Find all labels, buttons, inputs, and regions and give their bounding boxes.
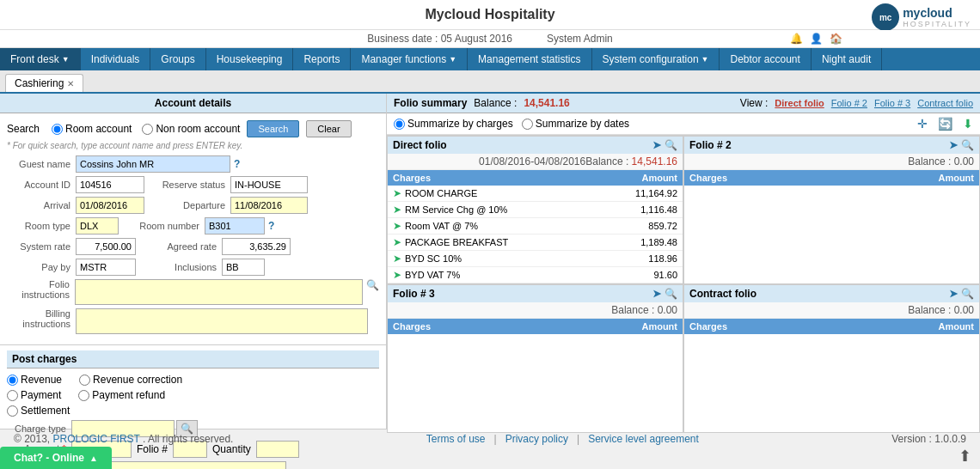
- folio3-balance: 0.00: [658, 304, 677, 316]
- folio3-search-icon[interactable]: 🔍: [665, 288, 677, 300]
- nav-housekeeping[interactable]: Housekeeping: [206, 48, 294, 70]
- nav-debtor-account[interactable]: Debtor account: [720, 48, 811, 70]
- table-row[interactable]: ➤BYD SC 10% 118.96: [388, 251, 683, 267]
- contract-folio-pane-header: Contract folio ➤ 🔍: [684, 285, 979, 302]
- chat-label: Chat? - Online: [14, 452, 84, 464]
- refresh-icon[interactable]: 🔄: [938, 117, 952, 131]
- post-charges-radio-row-2: Payment Payment refund: [7, 389, 379, 401]
- table-row[interactable]: ➤ROOM CHARGE 11,164.92: [388, 186, 683, 202]
- alert-icon[interactable]: 🔔: [790, 33, 803, 45]
- charge-name: ➤ROOM CHARGE: [388, 186, 596, 202]
- move-icon[interactable]: ✛: [917, 117, 928, 131]
- account-type-radio-group: Room account Non room account: [52, 123, 240, 135]
- charge-name: ➤BYD VAT 7%: [388, 267, 596, 283]
- folio2-charges-header: Charges: [684, 170, 835, 186]
- contract-folio-search-icon[interactable]: 🔍: [961, 288, 974, 300]
- radio-revenue-label[interactable]: Revenue: [7, 374, 62, 386]
- radio-settlement[interactable]: [7, 405, 18, 417]
- footer-privacy[interactable]: Privacy policy: [505, 433, 568, 445]
- charge-name: ➤RM Service Chg @ 10%: [388, 202, 596, 218]
- search-button[interactable]: Search: [247, 120, 299, 137]
- radio-payment-refund[interactable]: [78, 390, 89, 401]
- account-id-input[interactable]: [76, 176, 144, 193]
- folio-grid: Direct folio ➤ 🔍 01/08/2016-04/08/2016 B…: [387, 135, 980, 433]
- direct-folio-transfer-icon[interactable]: ➤: [652, 139, 661, 151]
- upload-button[interactable]: ⬆: [959, 447, 971, 466]
- nav-individuals[interactable]: Individuals: [81, 48, 151, 70]
- room-number-label: Room number: [119, 221, 205, 231]
- direct-folio-link[interactable]: Direct folio: [775, 98, 824, 108]
- nav-system-configuration-arrow: ▼: [701, 55, 709, 64]
- folio2-balance-bar: Balance : 0.00: [684, 154, 979, 170]
- tab-cashiering-close[interactable]: ✕: [67, 79, 74, 88]
- radio-summarize-dates[interactable]: [522, 119, 533, 130]
- search-row: Search Room account Non room account Sea…: [7, 120, 379, 137]
- folio2-transfer-icon[interactable]: ➤: [949, 139, 958, 151]
- summarize-charges-label[interactable]: Summarize by charges: [394, 118, 513, 130]
- chat-button[interactable]: Chat? - Online ▲: [0, 447, 112, 469]
- main-nav: Front desk ▼ Individuals Groups Housekee…: [0, 48, 980, 70]
- radio-revenue-correction[interactable]: [79, 375, 90, 386]
- direct-folio-search-icon[interactable]: 🔍: [665, 139, 677, 151]
- guest-name-input[interactable]: [76, 155, 230, 173]
- nav-management-statistics[interactable]: Management statistics: [468, 48, 591, 70]
- table-row[interactable]: ➤Room VAT @ 7% 859.72: [388, 218, 683, 234]
- charge-name: ➤PACKAGE BREAKFAST: [388, 234, 596, 251]
- folio-search-icon[interactable]: 🔍: [366, 279, 379, 291]
- nav-night-audit[interactable]: Night audit: [812, 48, 882, 70]
- charge-name: ➤Room VAT @ 7%: [388, 218, 596, 234]
- radio-payment[interactable]: [7, 390, 18, 401]
- folio-instructions-textarea[interactable]: [75, 279, 363, 305]
- radio-room-account-label[interactable]: Room account: [52, 123, 132, 135]
- nav-manager-functions[interactable]: Manager functions ▼: [351, 48, 468, 70]
- radio-revenue-correction-label[interactable]: Revenue correction: [79, 374, 182, 386]
- radio-summarize-charges[interactable]: [394, 119, 405, 130]
- nav-reports[interactable]: Reports: [293, 48, 351, 70]
- pay-by-input: [76, 259, 136, 276]
- contract-folio-link[interactable]: Contract folio: [917, 98, 973, 108]
- room-help-icon[interactable]: ?: [268, 220, 274, 232]
- table-row[interactable]: ➤PACKAGE BREAKFAST 1,189.48: [388, 234, 683, 251]
- charge-amount: 1,116.48: [596, 202, 683, 218]
- radio-settlement-label[interactable]: Settlement: [7, 405, 70, 417]
- room-type-input[interactable]: [76, 217, 119, 234]
- post-charges-radio-row-3: Settlement: [7, 405, 379, 417]
- quantity-input[interactable]: [256, 441, 299, 458]
- radio-revenue[interactable]: [7, 375, 18, 386]
- folio2-link[interactable]: Folio # 2: [831, 98, 867, 108]
- nav-groups[interactable]: Groups: [150, 48, 205, 70]
- radio-non-room-account[interactable]: [142, 124, 153, 135]
- download-icon[interactable]: ⬇: [963, 117, 973, 131]
- folio3-transfer-icon[interactable]: ➤: [652, 288, 661, 300]
- home-icon[interactable]: 🏠: [830, 33, 842, 45]
- clear-button[interactable]: Clear: [306, 120, 351, 137]
- radio-payment-refund-label[interactable]: Payment refund: [78, 389, 165, 401]
- folio2-table: Charges Amount: [684, 170, 979, 186]
- billing-instructions-textarea[interactable]: [76, 308, 368, 334]
- folio2-search-icon[interactable]: 🔍: [961, 139, 974, 151]
- footer-terms[interactable]: Terms of use: [426, 433, 486, 445]
- departure-input[interactable]: [230, 197, 308, 214]
- folio3-link[interactable]: Folio # 3: [874, 98, 910, 108]
- summarize-dates-label[interactable]: Summarize by dates: [522, 118, 629, 130]
- account-details-header: Account details: [0, 94, 386, 113]
- guest-help-icon[interactable]: ?: [234, 158, 240, 170]
- tab-cashiering[interactable]: Cashiering ✕: [5, 74, 83, 92]
- radio-room-account[interactable]: [52, 124, 63, 135]
- folio2-pane-header: Folio # 2 ➤ 🔍: [684, 137, 979, 154]
- nav-front-desk[interactable]: Front desk ▼: [0, 48, 81, 70]
- reserve-status-label: Reserve status: [144, 180, 230, 190]
- contract-folio-transfer-icon[interactable]: ➤: [949, 288, 958, 300]
- footer-company[interactable]: PROLOGIC FIRST: [53, 433, 140, 445]
- table-row[interactable]: ➤RM Service Chg @ 10% 1,116.48: [388, 202, 683, 218]
- radio-non-room-account-label[interactable]: Non room account: [142, 123, 240, 135]
- nav-system-configuration[interactable]: System configuration ▼: [592, 48, 720, 70]
- room-number-input[interactable]: [205, 217, 265, 234]
- user-icon[interactable]: 👤: [810, 33, 823, 45]
- radio-payment-label[interactable]: Payment: [7, 389, 61, 401]
- footer-service[interactable]: Service level agreement: [588, 433, 699, 445]
- contract-folio-pane-title: Contract folio: [689, 288, 756, 300]
- table-row[interactable]: ➤BYD VAT 7% 91.60: [388, 267, 683, 283]
- arrival-input[interactable]: [76, 197, 144, 214]
- pay-by-label: Pay by: [7, 262, 76, 272]
